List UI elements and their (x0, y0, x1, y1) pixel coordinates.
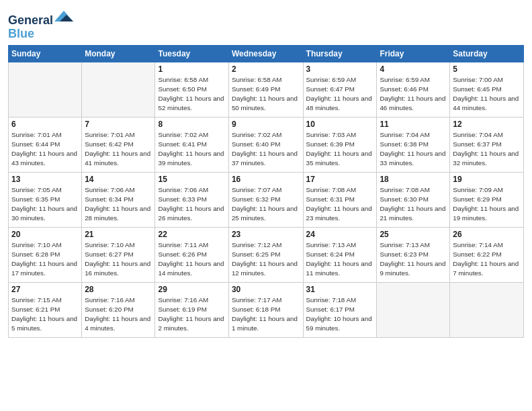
calendar-cell: 3Sunrise: 6:59 AM Sunset: 6:47 PM Daylig… (303, 62, 377, 117)
logo: General Blue (8, 9, 73, 41)
calendar-cell: 30Sunrise: 7:17 AM Sunset: 6:18 PM Dayli… (228, 282, 303, 337)
cell-day-number: 29 (158, 285, 225, 294)
cell-day-number: 17 (306, 175, 374, 184)
cell-sun-info: Sunrise: 7:14 AM Sunset: 6:22 PM Dayligh… (453, 240, 521, 279)
cell-sun-info: Sunrise: 7:15 AM Sunset: 6:21 PM Dayligh… (11, 295, 79, 334)
calendar-cell (377, 282, 450, 337)
calendar-cell: 25Sunrise: 7:13 AM Sunset: 6:23 PM Dayli… (377, 227, 450, 282)
calendar-cell: 4Sunrise: 6:59 AM Sunset: 6:46 PM Daylig… (377, 62, 450, 117)
calendar-cell: 5Sunrise: 7:00 AM Sunset: 6:45 PM Daylig… (450, 62, 524, 117)
cell-day-number: 21 (85, 230, 152, 239)
cell-sun-info: Sunrise: 7:10 AM Sunset: 6:27 PM Dayligh… (85, 240, 152, 279)
calendar-cell: 14Sunrise: 7:06 AM Sunset: 6:34 PM Dayli… (82, 172, 155, 227)
cell-sun-info: Sunrise: 7:03 AM Sunset: 6:39 PM Dayligh… (306, 130, 374, 169)
calendar-cell: 12Sunrise: 7:04 AM Sunset: 6:37 PM Dayli… (450, 117, 524, 172)
cell-day-number: 15 (158, 175, 225, 184)
cell-day-number: 10 (306, 120, 374, 129)
cell-day-number: 4 (380, 64, 447, 74)
calendar-cell: 9Sunrise: 7:02 AM Sunset: 6:40 PM Daylig… (228, 117, 303, 172)
calendar-week-row: 1Sunrise: 6:58 AM Sunset: 6:50 PM Daylig… (9, 62, 524, 117)
calendar-cell: 24Sunrise: 7:13 AM Sunset: 6:24 PM Dayli… (303, 227, 377, 282)
weekday-header-cell: Saturday (450, 45, 524, 62)
calendar-cell: 22Sunrise: 7:11 AM Sunset: 6:26 PM Dayli… (155, 227, 228, 282)
cell-sun-info: Sunrise: 7:17 AM Sunset: 6:18 PM Dayligh… (232, 295, 300, 334)
cell-sun-info: Sunrise: 7:12 AM Sunset: 6:25 PM Dayligh… (232, 240, 300, 279)
calendar-cell: 18Sunrise: 7:08 AM Sunset: 6:30 PM Dayli… (377, 172, 450, 227)
calendar-cell: 7Sunrise: 7:01 AM Sunset: 6:42 PM Daylig… (82, 117, 155, 172)
calendar-cell: 10Sunrise: 7:03 AM Sunset: 6:39 PM Dayli… (303, 117, 377, 172)
weekday-header-cell: Sunday (9, 45, 82, 62)
cell-day-number: 31 (306, 285, 374, 294)
calendar-cell: 15Sunrise: 7:06 AM Sunset: 6:33 PM Dayli… (155, 172, 228, 227)
cell-sun-info: Sunrise: 7:16 AM Sunset: 6:20 PM Dayligh… (85, 295, 152, 334)
cell-day-number: 19 (453, 175, 521, 184)
cell-sun-info: Sunrise: 7:01 AM Sunset: 6:42 PM Dayligh… (85, 130, 152, 169)
cell-day-number: 16 (232, 175, 300, 184)
calendar-cell: 16Sunrise: 7:07 AM Sunset: 6:32 PM Dayli… (228, 172, 303, 227)
cell-day-number: 28 (85, 285, 152, 294)
weekday-header-cell: Friday (377, 45, 450, 62)
cell-sun-info: Sunrise: 7:05 AM Sunset: 6:35 PM Dayligh… (11, 185, 79, 224)
cell-day-number: 18 (380, 175, 447, 184)
calendar-cell (9, 62, 82, 117)
weekday-header-cell: Thursday (303, 45, 377, 62)
calendar-cell: 11Sunrise: 7:04 AM Sunset: 6:38 PM Dayli… (377, 117, 450, 172)
cell-day-number: 23 (232, 230, 300, 239)
cell-day-number: 2 (232, 64, 300, 74)
calendar-week-row: 20Sunrise: 7:10 AM Sunset: 6:28 PM Dayli… (9, 227, 524, 282)
cell-sun-info: Sunrise: 7:18 AM Sunset: 6:17 PM Dayligh… (306, 295, 374, 334)
calendar-cell: 21Sunrise: 7:10 AM Sunset: 6:27 PM Dayli… (82, 227, 155, 282)
cell-sun-info: Sunrise: 7:09 AM Sunset: 6:29 PM Dayligh… (453, 185, 521, 224)
calendar-cell (450, 282, 524, 337)
calendar-cell: 6Sunrise: 7:01 AM Sunset: 6:44 PM Daylig… (9, 117, 82, 172)
cell-day-number: 9 (232, 120, 300, 129)
cell-sun-info: Sunrise: 7:06 AM Sunset: 6:33 PM Dayligh… (158, 185, 225, 224)
calendar-cell: 17Sunrise: 7:08 AM Sunset: 6:31 PM Dayli… (303, 172, 377, 227)
cell-sun-info: Sunrise: 7:02 AM Sunset: 6:40 PM Dayligh… (232, 130, 300, 169)
calendar-cell: 29Sunrise: 7:16 AM Sunset: 6:19 PM Dayli… (155, 282, 228, 337)
cell-day-number: 3 (306, 64, 374, 74)
calendar-cell: 27Sunrise: 7:15 AM Sunset: 6:21 PM Dayli… (9, 282, 82, 337)
cell-day-number: 26 (453, 230, 521, 239)
cell-day-number: 13 (11, 175, 79, 184)
calendar-cell: 31Sunrise: 7:18 AM Sunset: 6:17 PM Dayli… (303, 282, 377, 337)
calendar-cell: 20Sunrise: 7:10 AM Sunset: 6:28 PM Dayli… (9, 227, 82, 282)
calendar-week-row: 6Sunrise: 7:01 AM Sunset: 6:44 PM Daylig… (9, 117, 524, 172)
cell-sun-info: Sunrise: 7:13 AM Sunset: 6:23 PM Dayligh… (380, 240, 447, 279)
cell-day-number: 30 (232, 285, 300, 294)
calendar-body: 1Sunrise: 6:58 AM Sunset: 6:50 PM Daylig… (9, 62, 524, 337)
cell-day-number: 8 (158, 120, 225, 129)
cell-sun-info: Sunrise: 6:58 AM Sunset: 6:50 PM Dayligh… (158, 75, 225, 113)
cell-day-number: 7 (85, 120, 152, 129)
weekday-header-row: SundayMondayTuesdayWednesdayThursdayFrid… (9, 45, 524, 62)
weekday-header-cell: Tuesday (155, 45, 228, 62)
cell-sun-info: Sunrise: 7:02 AM Sunset: 6:41 PM Dayligh… (158, 130, 225, 169)
logo-text: General Blue (8, 9, 73, 41)
cell-day-number: 27 (11, 285, 79, 294)
cell-sun-info: Sunrise: 6:59 AM Sunset: 6:46 PM Dayligh… (380, 75, 447, 113)
calendar-week-row: 13Sunrise: 7:05 AM Sunset: 6:35 PM Dayli… (9, 172, 524, 227)
calendar-cell: 26Sunrise: 7:14 AM Sunset: 6:22 PM Dayli… (450, 227, 524, 282)
cell-sun-info: Sunrise: 7:01 AM Sunset: 6:44 PM Dayligh… (11, 130, 79, 169)
calendar-cell: 8Sunrise: 7:02 AM Sunset: 6:41 PM Daylig… (155, 117, 228, 172)
cell-sun-info: Sunrise: 7:13 AM Sunset: 6:24 PM Dayligh… (306, 240, 374, 279)
cell-sun-info: Sunrise: 7:10 AM Sunset: 6:28 PM Dayligh… (11, 240, 79, 279)
cell-day-number: 14 (85, 175, 152, 184)
cell-day-number: 12 (453, 120, 521, 129)
calendar-table: SundayMondayTuesdayWednesdayThursdayFrid… (8, 45, 524, 338)
calendar-cell (82, 62, 155, 117)
cell-sun-info: Sunrise: 7:04 AM Sunset: 6:38 PM Dayligh… (380, 130, 447, 169)
cell-sun-info: Sunrise: 7:11 AM Sunset: 6:26 PM Dayligh… (158, 240, 225, 279)
calendar-cell: 2Sunrise: 6:58 AM Sunset: 6:49 PM Daylig… (228, 62, 303, 117)
cell-sun-info: Sunrise: 7:04 AM Sunset: 6:37 PM Dayligh… (453, 130, 521, 169)
cell-day-number: 11 (380, 120, 447, 129)
cell-sun-info: Sunrise: 7:06 AM Sunset: 6:34 PM Dayligh… (85, 185, 152, 224)
page-container: General Blue SundayMondayTuesdayWednesda… (0, 0, 532, 343)
cell-sun-info: Sunrise: 7:08 AM Sunset: 6:30 PM Dayligh… (380, 185, 447, 224)
cell-sun-info: Sunrise: 7:00 AM Sunset: 6:45 PM Dayligh… (453, 75, 521, 113)
calendar-cell: 23Sunrise: 7:12 AM Sunset: 6:25 PM Dayli… (228, 227, 303, 282)
cell-day-number: 22 (158, 230, 225, 239)
cell-day-number: 25 (380, 230, 447, 239)
cell-day-number: 20 (11, 230, 79, 239)
cell-sun-info: Sunrise: 7:07 AM Sunset: 6:32 PM Dayligh… (232, 185, 300, 224)
